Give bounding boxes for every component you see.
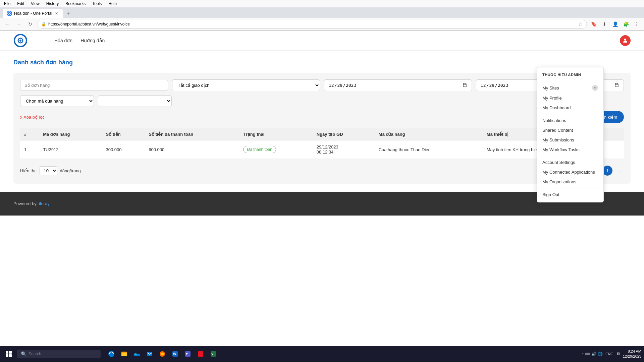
site-nav: Hóa đơn Hướng dẫn [54,38,105,43]
tab-close-button[interactable]: ✕ [54,11,59,16]
dropdown-item-account-settings[interactable]: Account Settings [537,158,603,167]
dropdown-item-connected-apps[interactable]: My Connected Applications [537,167,603,177]
tab-bar: Hóa đơn - One Portal ✕ + [0,7,644,18]
nav-huong-dan[interactable]: Hướng dẫn [80,38,105,43]
col-order-code: Mã đơn hàng [39,128,102,140]
next-page-button[interactable]: → [614,166,624,176]
logo-svg [13,34,28,48]
site-logo [13,34,28,48]
menu-history[interactable]: History [45,1,60,7]
menu-bookmarks[interactable]: Bookmarks [64,1,87,7]
nav-hoa-don[interactable]: Hóa đơn [54,38,72,43]
filter-actions: x Xóa bộ lọc 📄 Xuất file 🔍 Tìm kiếm [20,111,624,123]
cell-paid-amount: 600.000 [145,140,239,159]
cell-order-code: TU2912 [39,140,102,159]
refresh-button[interactable]: ↻ [25,19,35,29]
orders-table: # Mã đơn hàng Số tiền Số tiền đã thanh t… [20,128,624,159]
lock-icon: 🔒 [41,22,46,26]
svg-point-1 [9,13,10,14]
dropdown-item-my-sites[interactable]: My Sites ⊙ [537,82,603,93]
menu-bar: File Edit View History Bookmarks Tools H… [0,0,644,7]
table-header: # Mã đơn hàng Số tiền Số tiền đã thanh t… [20,128,624,140]
dropdown-divider-2 [537,114,603,114]
col-amount: Số tiền [102,128,145,140]
menu-view[interactable]: View [30,1,41,7]
tab-title: Hóa đơn - One Portal [14,11,52,16]
user-dropdown-menu: THUOC HIEU ADMIN My Sites ⊙ My Profile M… [537,67,604,202]
col-index: # [20,128,39,140]
dropdown-username: THUOC HIEU ADMIN [537,70,603,79]
dropdown-divider-1 [537,81,603,81]
col-paid-amount: Số tiền đã thanh toán [145,128,239,140]
menu-file[interactable]: File [3,1,12,7]
dropdown-item-my-dashboard[interactable]: My Dashboard [537,103,603,113]
table-body: 1 TU2912 300.000 600.000 Đã thanh toán 2… [20,140,624,159]
dropdown-item-notifications[interactable]: Notifications [537,116,603,125]
liferay-link[interactable]: Liferay [37,201,50,206]
per-page-label: dòng/trang [60,168,81,173]
col-status: Trạng thái [239,128,312,140]
extensions-icon[interactable]: 🧩 [621,19,631,29]
dropdown-item-my-workflow[interactable]: My Workflow Tasks [537,145,603,155]
browser-chrome: File Edit View History Bookmarks Tools H… [0,0,644,31]
page-wrapper: Hóa đơn Hướng dẫn THUOC HIEU ADMIN My Si… [0,31,644,337]
pagination-row: Hiển thị: 10 5 20 50 dòng/trang ← 1 → [20,164,624,177]
dropdown-item-my-submissions[interactable]: My Submissions [537,135,603,145]
url-input[interactable] [48,22,576,26]
svg-point-4 [19,40,21,42]
cell-date: 29/12/2023 08:12:34 [313,140,375,159]
table-row[interactable]: 1 TU2912 300.000 600.000 Đã thanh toán 2… [20,140,624,159]
clear-filter-button[interactable]: x Xóa bộ lọc [20,115,45,120]
new-tab-button[interactable]: + [64,9,72,18]
filter-row-2: Chọn mã cửa hàng [20,95,624,107]
dropdown-divider-4 [537,188,603,188]
dropdown-divider-3 [537,156,603,156]
menu-icon[interactable]: ⋮ [632,19,641,29]
dropdown-item-shared-content[interactable]: Shared Content [537,125,603,135]
star-icon[interactable]: ☆ [578,21,583,27]
filter-row-1: Tất cả giao dịch [20,79,624,91]
cell-index: 1 [20,140,39,159]
dropdown-item-sign-out[interactable]: Sign Out [537,190,603,199]
nav-tools: 🔖 ⬇ 👤 🧩 ⋮ [589,19,641,29]
my-sites-badge: ⊙ [592,85,598,91]
address-bar: 🔒 ☆ [37,20,587,28]
dropdown-item-my-orgs[interactable]: My Organizations [537,177,603,187]
forward-button[interactable]: → [14,19,23,29]
show-label: Hiển thị: [20,168,37,173]
bookmark-icon[interactable]: 🔖 [589,19,598,29]
transaction-type-select[interactable]: Tất cả giao dịch [172,79,320,91]
page-title: Danh sách đơn hàng [13,59,631,66]
site-header: Hóa đơn Hướng dẫn [0,31,644,51]
user-account-icon[interactable]: 👤 [610,19,620,29]
status-badge: Đã thanh toán [243,146,276,153]
active-tab[interactable]: Hóa đơn - One Portal ✕ [3,9,63,18]
col-date: Ngày tạo GD [313,128,375,140]
dropdown-item-my-profile[interactable]: My Profile [537,93,603,103]
tab-favicon [7,11,12,16]
menu-tools[interactable]: Tools [91,1,103,7]
col-store: Mã cửa hàng [375,128,483,140]
cell-store: Cua hang thuoc Thao Dien [375,140,483,159]
secondary-select[interactable] [98,95,172,107]
rows-per-page-select[interactable]: 10 5 20 50 [40,166,57,175]
menu-edit[interactable]: Edit [16,1,25,7]
store-select[interactable]: Chọn mã cửa hàng [20,95,94,107]
nav-bar: ← → ↻ 🔒 ☆ 🔖 ⬇ 👤 🧩 ⋮ [0,18,644,31]
back-button[interactable]: ← [3,19,12,29]
powered-by-text: Powered by [13,201,37,206]
user-avatar-button[interactable] [620,35,631,46]
page-1-button[interactable]: 1 [602,166,612,176]
date-from-input[interactable] [324,79,472,91]
svg-point-5 [624,39,626,41]
order-number-input[interactable] [20,80,168,91]
pagination-left: Hiển thị: 10 5 20 50 dòng/trang [20,166,81,175]
cell-amount: 300.000 [102,140,145,159]
cell-status: Đã thanh toán [239,140,312,159]
menu-help[interactable]: Help [107,1,118,7]
download-icon[interactable]: ⬇ [600,19,609,29]
